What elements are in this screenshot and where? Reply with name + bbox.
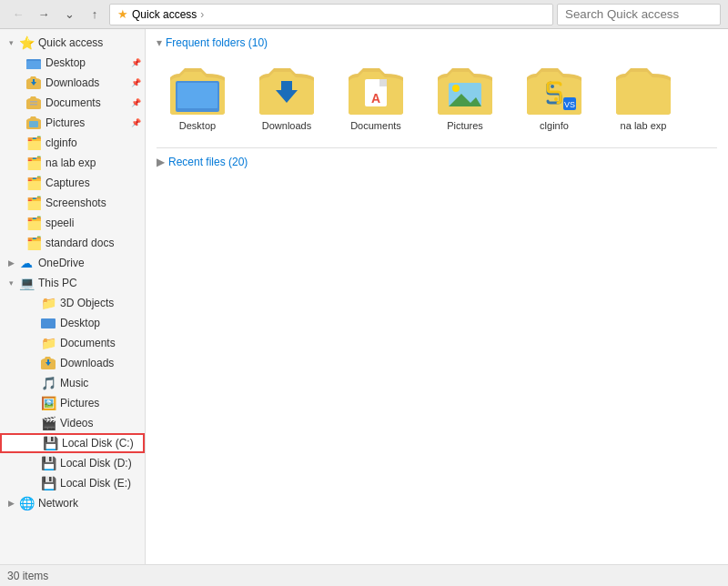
desktop-folder-svg	[168, 66, 227, 116]
title-bar: ← → ⌄ ↑ ★ Quick access ›	[0, 0, 728, 29]
downloads-label: Downloads	[46, 76, 129, 89]
locald-drive-icon: 💾	[40, 455, 56, 471]
sidebar-item-documents2[interactable]: ▶ 📁 Documents	[0, 333, 145, 353]
recent-files-header[interactable]: ▶ Recent files (20)	[149, 152, 724, 172]
sidebar-item-documents[interactable]: Documents 📌	[0, 93, 145, 113]
sidebar-item-nalab[interactable]: 🗂️ na lab exp	[0, 153, 145, 173]
divider	[157, 147, 717, 148]
onedrive-label: OneDrive	[38, 257, 141, 269]
sidebar-item-quick-access[interactable]: ▾ ⭐ Quick access	[0, 33, 145, 53]
network-label: Network	[38, 497, 141, 510]
expand-quick-access-icon[interactable]: ▾	[4, 35, 18, 50]
sidebar-item-desktop[interactable]: Desktop 📌	[0, 53, 145, 73]
sidebar-item-clginfo[interactable]: 🗂️ clginfo	[0, 133, 145, 153]
sidebar-item-localc[interactable]: ▶ 💾 Local Disk (C:)	[0, 433, 145, 453]
sidebar-item-3dobjects[interactable]: ▶ 📁 3D Objects	[0, 293, 145, 313]
folder-item-desktop[interactable]: Desktop	[157, 60, 238, 136]
pictures-folder-svg	[436, 66, 494, 116]
sidebar-item-screenshots[interactable]: 🗂️ Screenshots	[0, 193, 145, 213]
music-icon: 🎵	[40, 375, 56, 391]
captures-folder-icon: 🗂️	[25, 175, 42, 191]
localc-drive-icon: 💾	[42, 435, 58, 451]
sidebar-item-captures[interactable]: 🗂️ Captures	[0, 173, 145, 193]
back-button[interactable]: ←	[7, 4, 29, 25]
desktop2-label: Desktop	[60, 317, 141, 329]
clginfo-folder-icon: 🗂️	[25, 135, 42, 151]
address-bar[interactable]: ★ Quick access ›	[109, 4, 553, 25]
pictures-folder-name: Pictures	[447, 120, 483, 131]
svg-rect-9	[177, 83, 217, 108]
pictures-label: Pictures	[46, 116, 129, 129]
sidebar-item-locale[interactable]: ▶ 💾 Local Disk (E:)	[0, 473, 145, 493]
folder-item-documents[interactable]: A Documents	[335, 60, 417, 136]
desktop-folder-name: Desktop	[179, 120, 216, 131]
desktop-label: Desktop	[46, 56, 129, 69]
recent-locations-button[interactable]: ⌄	[58, 4, 80, 25]
expand-onedrive-icon[interactable]: ▶	[4, 256, 18, 270]
sidebar-item-locald[interactable]: ▶ 💾 Local Disk (D:)	[0, 453, 145, 473]
onedrive-icon: ☁	[18, 255, 35, 271]
downloads2-icon	[40, 355, 56, 371]
forward-button[interactable]: →	[33, 4, 55, 25]
downloads2-label: Downloads	[60, 357, 141, 369]
3dobjects-label: 3D Objects	[60, 297, 141, 309]
svg-rect-3	[30, 101, 37, 103]
expand-network-icon[interactable]: ▶	[4, 496, 18, 510]
sidebar-item-speeli[interactable]: 🗂️ speeli	[0, 213, 145, 233]
folders-grid: Desktop Downloads	[149, 53, 724, 144]
standarddocs-label: standard docs	[46, 237, 141, 249]
clginfo-folder-svg: VS	[525, 66, 583, 116]
downloads-folder-name: Downloads	[262, 120, 311, 131]
pin-icon-doc: 📌	[131, 98, 141, 107]
frequent-folders-label: Frequent folders (10)	[166, 36, 268, 49]
folder-item-clginfo[interactable]: VS clginfo	[513, 60, 595, 136]
network-icon: 🌐	[18, 495, 35, 511]
sidebar-item-standarddocs[interactable]: 🗂️ standard docs	[0, 233, 145, 253]
clginfo-folder-icon-wrap: VS	[525, 66, 583, 116]
quick-access-label: Quick access	[38, 36, 141, 49]
sidebar-item-downloads2[interactable]: ▶ Downloads	[0, 353, 145, 373]
nalab-folder-icon-wrap	[614, 66, 672, 116]
up-button[interactable]: ↑	[84, 4, 106, 25]
address-star-icon: ★	[117, 7, 128, 21]
videos-label: Videos	[60, 417, 141, 429]
sidebar-item-music[interactable]: ▶ 🎵 Music	[0, 373, 145, 393]
pin-icon-pic: 📌	[131, 118, 141, 127]
desktop2-icon	[40, 315, 56, 331]
nalab-folder-name: na lab exp	[621, 120, 667, 131]
frequent-folders-header[interactable]: ▾ Frequent folders (10)	[149, 33, 724, 53]
sidebar-item-pictures[interactable]: Pictures 📌	[0, 113, 145, 133]
pin-icon-dl: 📌	[131, 78, 141, 87]
folder-item-pictures[interactable]: Pictures	[424, 60, 506, 136]
svg-point-18	[551, 85, 554, 88]
documents2-icon: 📁	[40, 335, 56, 351]
desktop-folder-icon	[25, 55, 42, 71]
videos-icon: 🎬	[40, 415, 56, 431]
svg-rect-5	[29, 121, 38, 127]
sidebar-item-onedrive[interactable]: ▶ ☁ OneDrive	[0, 253, 145, 273]
nalab-label: na lab exp	[46, 157, 141, 169]
documents2-label: Documents	[60, 337, 141, 349]
search-input[interactable]	[557, 4, 721, 25]
sidebar-item-pictures2[interactable]: ▶ 🖼️ Pictures	[0, 393, 145, 413]
locale-drive-icon: 💾	[40, 475, 56, 491]
folder-item-nalab[interactable]: na lab exp	[602, 60, 684, 136]
folder-item-downloads[interactable]: Downloads	[246, 60, 328, 136]
this-pc-label: This PC	[38, 277, 141, 289]
svg-rect-6	[41, 318, 56, 328]
svg-rect-13	[379, 79, 387, 86]
documents-folder-icon-wrap: A	[347, 66, 405, 116]
desktop-folder-icon-wrap	[168, 66, 227, 116]
sidebar-item-this-pc[interactable]: ▾ 💻 This PC	[0, 273, 145, 293]
speeli-label: speeli	[46, 217, 141, 229]
expand-this-pc-icon[interactable]: ▾	[4, 276, 18, 290]
pictures2-label: Pictures	[60, 397, 141, 409]
downloads-folder-icon-wrap	[258, 66, 316, 116]
screenshots-label: Screenshots	[46, 197, 141, 209]
sidebar-item-desktop2[interactable]: ▶ Desktop	[0, 313, 145, 333]
sidebar-item-videos[interactable]: ▶ 🎬 Videos	[0, 413, 145, 433]
pictures2-icon: 🖼️	[40, 395, 56, 411]
pin-icon: 📌	[131, 58, 141, 67]
sidebar-item-downloads[interactable]: Downloads 📌	[0, 73, 145, 93]
sidebar-item-network[interactable]: ▶ 🌐 Network	[0, 493, 145, 513]
